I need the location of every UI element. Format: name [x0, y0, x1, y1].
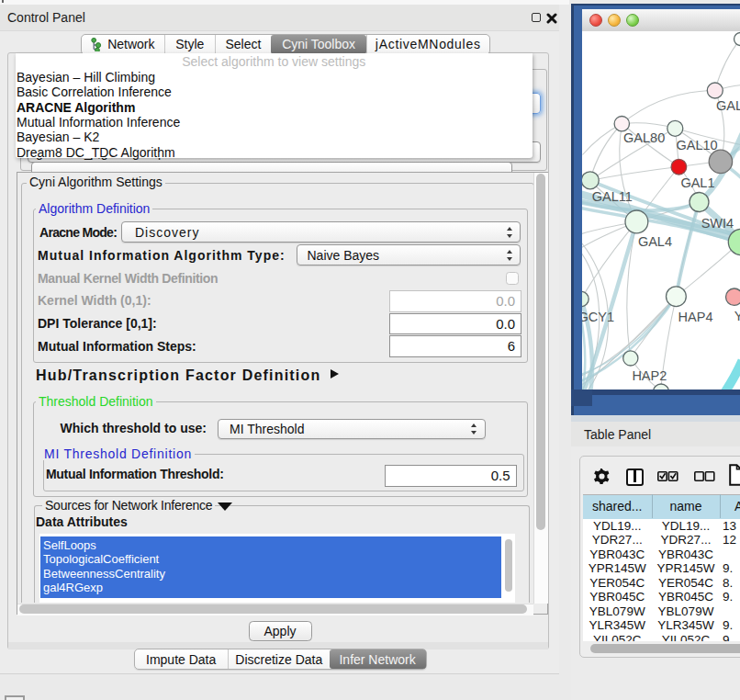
- svg-text:GAL11: GAL11: [591, 188, 632, 203]
- svg-text:GAL1: GAL1: [680, 175, 714, 190]
- svg-text:GAL80: GAL80: [623, 130, 665, 145]
- svg-text:HAP4: HAP4: [678, 309, 712, 323]
- svg-text:GAL4: GAL4: [637, 233, 671, 248]
- svg-text:GAL7: GAL7: [716, 97, 740, 112]
- svg-text:HAP2: HAP2: [632, 367, 667, 382]
- svg-text:GCY1: GCY1: [582, 310, 614, 324]
- svg-text:SWI4: SWI4: [701, 216, 733, 231]
- svg-text:GAL10: GAL10: [676, 138, 717, 152]
- svg-text:Y: Y: [734, 308, 740, 322]
